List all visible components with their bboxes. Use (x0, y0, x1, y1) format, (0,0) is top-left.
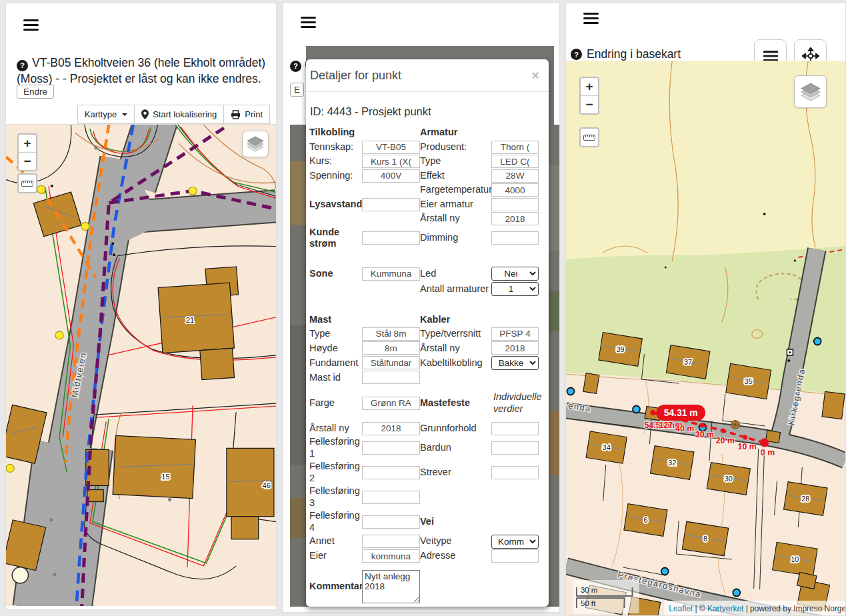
list-icon (763, 50, 778, 62)
measure-tick-label: 40 m (675, 424, 694, 433)
help-icon[interactable]: ? (571, 49, 582, 60)
close-icon[interactable]: × (531, 69, 539, 82)
form-gap (309, 564, 539, 570)
form-input[interactable] (362, 356, 420, 369)
measure-button[interactable] (579, 127, 599, 147)
form-input[interactable] (362, 198, 420, 211)
form-input[interactable] (491, 183, 539, 197)
form-label: Sone (309, 268, 362, 280)
layers-button[interactable] (794, 75, 827, 108)
form-section-header: Mastefeste (420, 397, 491, 409)
menu-icon[interactable] (583, 13, 599, 27)
form-input[interactable] (362, 327, 420, 341)
zoom-out-button[interactable]: − (19, 152, 36, 170)
form-input[interactable] (362, 169, 420, 183)
form-input[interactable] (491, 231, 539, 245)
form-row: TypeType/tverrsnitt (309, 327, 539, 341)
form-row: Kommentar (309, 570, 539, 603)
form-row: Fellesføring 1Bardun (309, 436, 539, 459)
form-input[interactable] (362, 441, 420, 455)
hidden-header-fragment: ?(M E (290, 57, 306, 97)
form-label: Type (420, 155, 491, 167)
layers-button[interactable] (242, 131, 269, 157)
form-input[interactable] (362, 515, 420, 529)
form-input[interactable] (362, 422, 420, 435)
measure-button[interactable] (17, 173, 37, 193)
form-label: Fargetemperatur (420, 184, 491, 196)
menu-icon[interactable] (301, 17, 316, 31)
form-input[interactable] (362, 231, 420, 245)
form-label: Bardun (420, 442, 491, 454)
form-label: Annet (309, 535, 362, 547)
form-input[interactable] (491, 198, 539, 211)
modal-body: ID: 4443 - Prosjekt punkt TilkoblingArma… (306, 92, 549, 607)
form-input[interactable] (491, 212, 539, 225)
map-project[interactable]: Midtveien 21 15 46 + − (6, 124, 276, 606)
form-input[interactable] (362, 371, 420, 384)
building-label: 28 (801, 495, 809, 503)
form-input[interactable] (362, 466, 420, 479)
kartverket-link[interactable]: Kartverket (707, 604, 744, 613)
form-label: Type/tverrsnitt (420, 328, 491, 340)
building-label: 15 (161, 473, 169, 481)
karttype-button[interactable]: Karttype (77, 105, 135, 124)
form-label: Fellesføring 2 (309, 461, 362, 484)
endre-button-fragment[interactable]: E (290, 83, 304, 97)
form-input[interactable] (491, 549, 539, 563)
form-label: Fellesføring 4 (309, 510, 362, 533)
help-icon[interactable]: ? (17, 60, 28, 71)
form-input[interactable] (491, 327, 539, 341)
form-input[interactable] (362, 549, 420, 563)
form-label: Adresse (420, 550, 491, 562)
form-label: Strever (420, 467, 491, 479)
form-row: AnnetVeitypeKomm (309, 535, 539, 549)
form-select[interactable]: Nei (491, 267, 539, 281)
form-select[interactable]: 1 (491, 282, 539, 296)
menu-icon[interactable] (23, 19, 39, 34)
manhole-circle (12, 567, 28, 583)
form-input[interactable] (491, 141, 539, 154)
tree-icon (731, 420, 740, 429)
form-input[interactable] (362, 535, 420, 548)
print-button[interactable]: Print (223, 105, 270, 124)
form-gap (309, 251, 539, 267)
form-gap (309, 385, 539, 391)
map-basemap[interactable]: 54.51 m 127 m 40 m 30 m 20 m 10 m 0 m 54… (566, 61, 845, 616)
form-label: Produsent: (420, 141, 491, 153)
leaflet-link[interactable]: Leaflet (669, 604, 693, 613)
form-input[interactable] (362, 267, 420, 281)
start-lokalisering-button[interactable]: Start lokalisering (134, 105, 224, 124)
form-section-header: Mast (309, 314, 362, 326)
basemap-title: ? Endring i basekart (571, 47, 681, 61)
form-input[interactable] (491, 155, 539, 168)
zoom-in-button[interactable]: + (581, 78, 598, 95)
form-input[interactable] (491, 441, 539, 455)
endre-button[interactable]: Endre (17, 85, 54, 99)
form-row: Årstall ny (309, 212, 539, 225)
form-input[interactable] (491, 341, 539, 355)
form-gap (309, 297, 539, 313)
form-label: Kabeltilkobling (420, 357, 491, 369)
form-select[interactable]: Komm (491, 535, 539, 549)
form-label: Årstall ny (420, 213, 491, 225)
form-section-header: Vei (420, 516, 491, 528)
form-input[interactable] (362, 341, 420, 355)
form-input[interactable] (362, 141, 420, 154)
karttype-label: Karttype (85, 109, 117, 119)
form-input[interactable] (362, 397, 420, 410)
form-input[interactable] (491, 422, 539, 435)
form-select[interactable]: Bakke (491, 356, 539, 370)
form-input[interactable] (491, 169, 539, 183)
form-label: Årstall ny (420, 343, 491, 355)
zoom-in-button[interactable]: + (19, 135, 36, 152)
form-row: SoneLedNei (309, 267, 539, 281)
zoom-out-button[interactable]: − (581, 95, 598, 113)
comment-textarea[interactable] (362, 570, 420, 603)
form-label: Led (420, 268, 491, 280)
form-label: Eier (309, 550, 362, 562)
map-canvas: 54.51 m 127 m 40 m 30 m 20 m 10 m 0 m 54… (566, 61, 845, 616)
form-row: Mast id (309, 371, 539, 384)
form-input[interactable] (362, 491, 420, 504)
form-input[interactable] (491, 466, 539, 479)
form-input[interactable] (362, 155, 420, 168)
